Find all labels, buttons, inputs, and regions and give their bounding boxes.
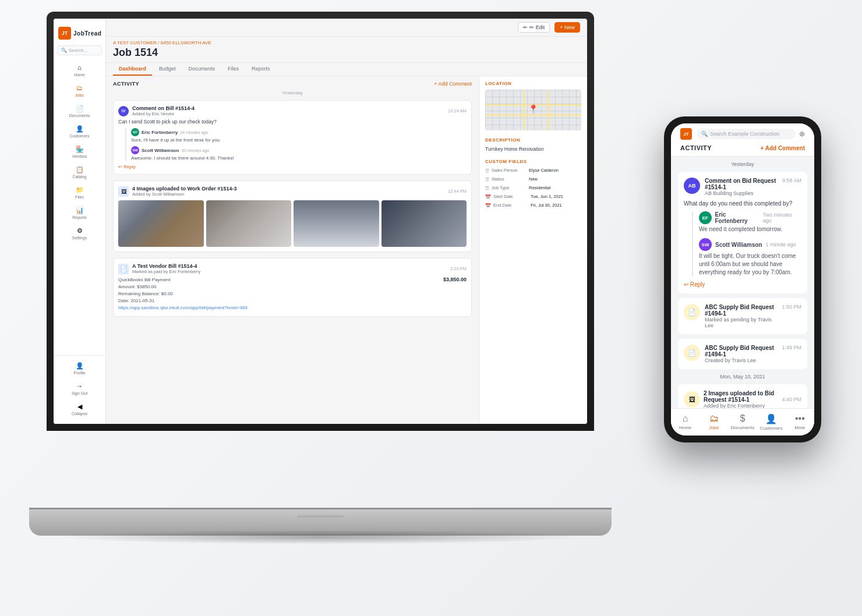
phone-comment-body: What day do you need this completed by? — [684, 200, 801, 208]
activity-item-bill: 📄 A Test Vendor Bill #1514-4 Marked as p… — [113, 258, 472, 317]
sidebar-item-profile[interactable]: 👤 Profile — [54, 358, 105, 378]
image-thumb-4[interactable] — [381, 200, 467, 247]
bill-icon: 📄 — [118, 264, 129, 274]
phone-nav-jobs-label: Jobs — [709, 425, 719, 430]
field-status: ☰ Status New — [485, 176, 581, 182]
sidebar-item-jobs[interactable]: 🗂 Jobs — [54, 80, 105, 101]
bill-amount: Amount: $3850.00 — [118, 284, 248, 291]
field-icon-enddate: 📅 — [485, 203, 491, 208]
phone-simple-time-1: 1:50 PM — [782, 304, 801, 310]
sidebar-label-profile: Profile — [74, 371, 86, 375]
phone-reply-avatar-sw: SW — [699, 238, 712, 251]
sidebar-item-catalog[interactable]: 📋 Catalog — [54, 162, 105, 182]
trackpad — [297, 515, 344, 518]
phone-search-icon: 🔍 — [701, 131, 708, 137]
phone-simple-text-1: ABC Supply Bid Request #1494-1 Marked as… — [705, 304, 777, 328]
sidebar-item-signout[interactable]: → Sign Out — [54, 378, 105, 399]
phone-images-item: 🖼 2 Images uploaded to Bid Request #1514… — [678, 384, 807, 408]
sidebar-item-settings[interactable]: ⚙ Settings — [54, 223, 105, 243]
phone-images-text: 2 Images uploaded to Bid Request #1514-1… — [704, 390, 778, 408]
reply-name-sw: Scott Williamson — [142, 148, 179, 153]
field-value-jobtype: Residential — [529, 185, 550, 190]
bill-title: A Test Vendor Bill #1514-4 — [132, 263, 447, 269]
phone-nav-more[interactable]: ••• More — [786, 413, 814, 431]
sidebar-item-collapse[interactable]: ◀ Collapse — [54, 399, 105, 419]
sidebar-item-reports[interactable]: 📊 Reports — [54, 203, 105, 223]
phone-search-bar[interactable]: 🔍 Search Example Construction — [697, 129, 796, 139]
phone-nav-customers-icon: 👤 — [765, 413, 777, 424]
edit-button[interactable]: ✏ ✏ Edit — [518, 22, 550, 33]
phone-simple-text-2: ABC Supply Bid Request #1494-1 Created b… — [705, 345, 777, 363]
custom-fields-title: CUSTOM FIELDS — [485, 159, 581, 164]
sidebar-item-home[interactable]: ⌂ Home — [54, 60, 105, 80]
laptop-screen-frame: JT JobTread 🔍 Search... ⌂ Home — [47, 12, 594, 431]
sidebar-label-signout: Sign Out — [72, 391, 87, 395]
phone-simple-item-2: 📄 ABC Supply Bid Request #1494-1 Created… — [678, 339, 807, 369]
bill-payment-type: QuickBooks Bill Payment — [118, 277, 248, 284]
reply-item-ef: EF Eric Fortenberry 24 minutes ago Sure,… — [131, 128, 467, 143]
phone-nav-documents[interactable]: $ Documents — [728, 413, 757, 431]
tab-reports[interactable]: Reports — [246, 63, 276, 76]
sidebar-label-catalog: Catalog — [72, 175, 86, 179]
add-comment-button[interactable]: + Add Comment — [434, 81, 472, 87]
map-road-v1 — [524, 90, 525, 130]
sidebar-label-collapse: Collapse — [72, 412, 87, 416]
location-title: LOCATION — [485, 81, 581, 86]
phone-comment-item: AB Comment on Bid Request #1514-1 AB Bui… — [678, 172, 807, 293]
phone-reply-user-sw: SW Scott Williamson 1 minute ago — [699, 238, 801, 251]
field-label-jobtype: Job Type — [492, 185, 527, 190]
phone-reply-button[interactable]: ↩ Reply — [684, 281, 801, 288]
phone-nav-home[interactable]: ⌂ Home — [671, 413, 700, 431]
phone-reply-sw: SW Scott Williamson 1 minute ago It will… — [699, 238, 801, 277]
sidebar-item-vendors[interactable]: 🏪 Vendors — [54, 141, 105, 162]
field-value-enddate: Fri, Jul 30, 2021 — [531, 203, 562, 208]
phone-activity-header: ACTIVITY + Add Comment — [671, 140, 814, 157]
image-thumb-3[interactable] — [294, 200, 379, 247]
phone-date-divider-1: Yesterday — [678, 161, 807, 167]
phone-add-comment-button[interactable]: + Add Comment — [760, 145, 805, 151]
phone-nav-home-label: Home — [679, 425, 691, 430]
field-value-sales: Elyse Calderon — [529, 168, 559, 173]
image-thumb-1[interactable] — [118, 200, 204, 247]
documents-icon: 📄 — [76, 104, 84, 112]
field-start-date: 📅 Start Date Tue, Jun 1, 2021 — [485, 194, 581, 200]
bill-total: $3,850.00 — [443, 277, 467, 282]
tab-dashboard[interactable]: Dashboard — [113, 63, 152, 76]
bill-header: 📄 A Test Vendor Bill #1514-4 Marked as p… — [118, 263, 467, 274]
images-sub: Added by Scott Williamson — [132, 192, 444, 197]
sidebar-logo: JT JobTread — [54, 23, 105, 43]
tab-documents[interactable]: Documents — [183, 63, 221, 76]
bill-row: QuickBooks Bill Payment Amount: $3850.00… — [118, 277, 467, 311]
images-meta: 4 Images uploaded to Work Order #1514-3 … — [132, 186, 444, 197]
date-divider: Yesterday — [113, 90, 472, 95]
activity-panel: ACTIVITY + Add Comment Yesterday IV Comm… — [106, 76, 479, 424]
reply-button[interactable]: ↩ Reply — [118, 164, 467, 169]
phone-nav-docs-icon: $ — [740, 413, 746, 424]
bill-meta: A Test Vendor Bill #1514-4 Marked as pai… — [132, 263, 447, 274]
phone-close-button[interactable]: ⊗ — [799, 130, 805, 138]
new-button[interactable]: + New — [554, 22, 580, 33]
image-thumb-2[interactable] — [206, 200, 292, 247]
phone-simple-item-1: 📄 ABC Supply Bid Request #1494-1 Marked … — [678, 298, 807, 334]
phone-nav-customers[interactable]: 👤 Customers — [757, 413, 786, 431]
sidebar-label-jobs: Jobs — [75, 93, 84, 97]
tab-files[interactable]: Files — [222, 63, 245, 76]
phone-nav-jobs[interactable]: 🗂 Jobs — [700, 413, 728, 431]
right-panel: LOCATION 📍 — [479, 76, 587, 424]
sidebar-item-documents[interactable]: 📄 Documents — [54, 101, 105, 121]
phone-reply-time-ef: Two minutes ago — [763, 212, 801, 224]
phone-frame: JT 🔍 Search Example Construction ⊗ ACTIV… — [664, 116, 821, 442]
sidebar-item-customers[interactable]: 👤 Customers — [54, 121, 105, 141]
sidebar-label-files: Files — [75, 195, 84, 199]
tab-budget[interactable]: Budget — [153, 63, 182, 76]
laptop: JT JobTread 🔍 Search... ⌂ Home — [29, 12, 612, 536]
sidebar-nav: ⌂ Home 🗂 Jobs 📄 Documents 👤 — [54, 60, 105, 355]
collapse-icon: ◀ — [76, 402, 84, 410]
bill-link[interactable]: https://app.sandbox.qbo.intuit.com/app/b… — [118, 305, 248, 311]
sidebar-item-files[interactable]: 📁 Files — [54, 182, 105, 203]
activity-title: ACTIVITY — [113, 81, 139, 87]
avatar-sw-small: SW — [131, 146, 139, 154]
phone-comment-sub: AB Building Supplies — [705, 190, 778, 196]
search-bar[interactable]: 🔍 Search... — [57, 45, 102, 55]
phone-logo-icon: JT — [680, 128, 692, 140]
